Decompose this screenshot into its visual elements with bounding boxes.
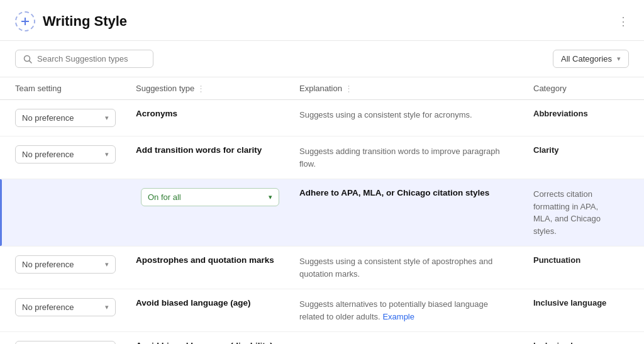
explanation-text: Suggests using a consistent style for ac… — [299, 110, 472, 119]
categories-dropdown[interactable]: All Categories ▾ — [553, 50, 629, 68]
categories-label: All Categories — [561, 54, 612, 64]
team-setting-cell: No preference ▾ — [0, 247, 126, 289]
category-value: Abbreviations — [533, 109, 588, 118]
explanation-cell: Suggests alternatives to potentially bia… — [289, 289, 523, 332]
category-cell — [624, 179, 644, 247]
search-input[interactable] — [37, 54, 145, 64]
toolbar: All Categories ▾ — [0, 41, 644, 77]
suggestion-type-name: Add transition words for clarity — [136, 145, 262, 155]
table-row: No preference ▾ Avoid biased language (a… — [0, 289, 644, 332]
suggestion-type-cell: Apostrophes and quotation marks — [126, 247, 289, 289]
search-icon — [23, 55, 32, 64]
team-setting-dropdown[interactable]: No preference ▾ — [15, 255, 116, 274]
example-link[interactable]: Example — [382, 312, 414, 321]
col-team-setting: Team setting — [0, 77, 126, 100]
table-body: No preference ▾ AcronymsSuggests using a… — [0, 100, 644, 345]
team-setting-value: No preference — [22, 113, 74, 123]
page-wrapper: Writing Style ⋮ All Categories ▾ Team se… — [0, 0, 644, 344]
category-cell: Clarity — [523, 136, 624, 179]
category-cell: Abbreviations — [523, 100, 624, 136]
team-setting-cell: On for all ▾ — [126, 179, 289, 247]
col-suggestion-type: Suggestion type ⋮ — [126, 77, 289, 100]
team-setting-cell: No preference ▾ — [0, 136, 126, 179]
col-explanation: Explanation ⋮ — [289, 77, 523, 100]
suggestion-type-name: Avoid biased language (disability) — [136, 341, 273, 344]
team-setting-chevron-icon: ▾ — [105, 303, 109, 311]
team-setting-cell: No preference ▾ — [0, 100, 126, 136]
suggestions-table: Team setting Suggestion type ⋮ Explanati… — [0, 77, 644, 344]
suggestion-type-cell: Acronyms — [126, 100, 289, 136]
category-value: Punctuation — [533, 255, 580, 265]
table-header: Team setting Suggestion type ⋮ Explanati… — [0, 77, 644, 100]
team-setting-dropdown[interactable]: No preference ▾ — [15, 298, 116, 316]
team-setting-value: On for all — [148, 192, 181, 202]
page-title: Writing Style — [43, 13, 127, 30]
col-drag-icon: ⋮ — [197, 84, 205, 93]
explanation-cell: Suggests adding transition words to impr… — [289, 136, 523, 179]
suggestion-type-name: Adhere to APA, MLA, or Chicago citation … — [299, 188, 489, 197]
suggestion-type-cell: Add transition words for clarity — [126, 136, 289, 179]
explanation-text: Suggests adding transition words to impr… — [299, 147, 500, 169]
team-setting-value: No preference — [22, 302, 74, 312]
writing-style-icon — [15, 11, 35, 31]
explanation-cell: Suggests using a consistent style of apo… — [289, 247, 523, 289]
team-setting-chevron-icon: ▾ — [105, 260, 109, 269]
col-drag-icon-2: ⋮ — [345, 84, 353, 93]
header: Writing Style ⋮ — [0, 0, 644, 41]
team-setting-dropdown[interactable]: No preference ▾ — [15, 109, 116, 127]
search-box[interactable] — [15, 50, 153, 68]
explanation-cell: Suggests alternatives to potentially abl… — [289, 332, 523, 345]
table-row: No preference ▾ AcronymsSuggests using a… — [0, 100, 644, 136]
table-row: No preference ▾ Apostrophes and quotatio… — [0, 247, 644, 289]
category-value: Inclusive language — [533, 298, 606, 308]
explanation-cell: Corrects citation formatting in APA, MLA… — [523, 179, 624, 247]
explanation-cell: Suggests using a consistent style for ac… — [289, 100, 523, 136]
explanation-text: Corrects citation formatting in APA, MLA… — [533, 189, 601, 236]
table-row: No preference ▾ Add transition words for… — [0, 136, 644, 179]
team-setting-dropdown[interactable]: On for all ▾ — [141, 188, 279, 206]
table-row: On for all ▾ Adhere to APA, MLA, or Chic… — [0, 179, 644, 247]
svg-line-3 — [30, 60, 32, 63]
more-options-button[interactable]: ⋮ — [618, 14, 629, 28]
category-value: Clarity — [533, 145, 558, 155]
team-setting-dropdown[interactable]: No preference ▾ — [15, 145, 116, 164]
suggestion-type-name: Acronyms — [136, 109, 177, 118]
category-cell: Inclusive language — [523, 289, 624, 332]
team-setting-value: No preference — [22, 260, 74, 269]
categories-chevron-icon: ▾ — [617, 55, 621, 63]
team-setting-value: No preference — [22, 150, 74, 159]
suggestion-type-cell: Avoid biased language (age) — [126, 289, 289, 332]
explanation-text: Suggests using a consistent style of apo… — [299, 257, 492, 279]
team-setting-chevron-icon: ▾ — [105, 150, 109, 158]
category-cell: Punctuation — [523, 247, 624, 289]
table-row: No preference ▾ Avoid biased language (d… — [0, 332, 644, 345]
suggestion-type-cell: Avoid biased language (disability) — [126, 332, 289, 345]
team-setting-cell: No preference ▾ — [0, 332, 126, 345]
col-category: Category — [523, 77, 624, 100]
suggestion-type-cell: Adhere to APA, MLA, or Chicago citation … — [289, 179, 523, 247]
table-container: Team setting Suggestion type ⋮ Explanati… — [0, 77, 644, 344]
category-cell: Inclusive language — [523, 332, 624, 345]
suggestion-type-name: Avoid biased language (age) — [136, 298, 251, 308]
suggestion-type-name: Apostrophes and quotation marks — [136, 255, 274, 265]
team-setting-cell: No preference ▾ — [0, 289, 126, 332]
team-setting-dropdown[interactable]: No preference ▾ — [15, 341, 116, 344]
team-setting-chevron-icon: ▾ — [105, 114, 109, 122]
category-value: Inclusive language — [533, 341, 606, 344]
team-setting-chevron-icon: ▾ — [269, 193, 272, 201]
